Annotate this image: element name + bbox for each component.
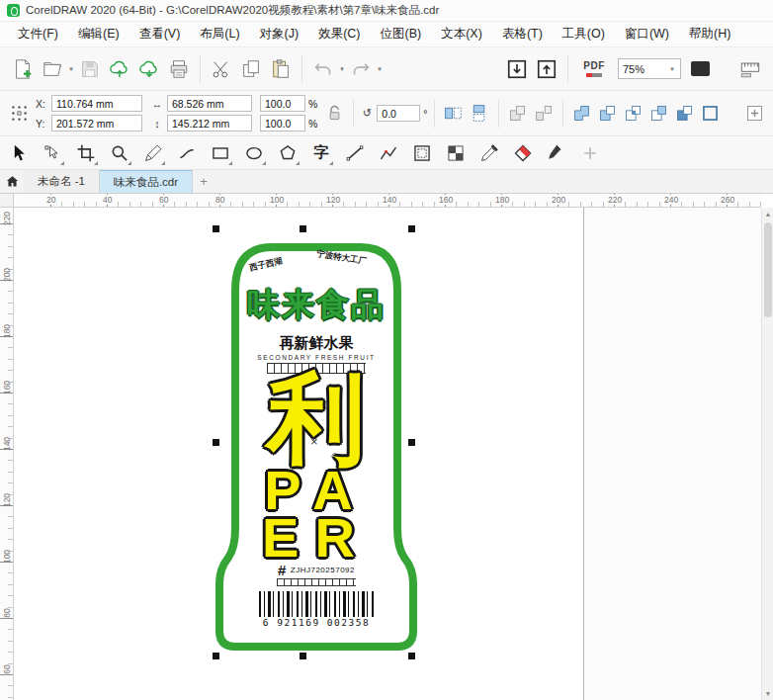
export-button[interactable] [532, 53, 561, 85]
mirror-vertical-button[interactable] [467, 99, 492, 129]
shape-tool[interactable] [40, 139, 65, 167]
zoom-level-select[interactable]: 75% ▾ [618, 58, 681, 79]
selection-handle-bottom-center[interactable] [300, 653, 306, 659]
scale-x-input[interactable]: 100.0 [260, 95, 305, 112]
fullscreen-preview-button[interactable] [685, 53, 715, 85]
polyline-tool[interactable] [376, 139, 401, 167]
copy-button[interactable] [236, 53, 266, 85]
drawing-canvas[interactable]: 西子西湖 宁波特大工厂 味来食品 再新鲜水果 SECONDARY FRESH F… [14, 208, 761, 700]
front-minus-back-button[interactable] [672, 99, 698, 129]
document-tab-untitled[interactable]: 未命名 -1 [24, 170, 100, 193]
mirror-horizontal-button[interactable] [441, 99, 467, 129]
menu-bar: 文件(F) 编辑(E) 查看(V) 布局(L) 对象(J) 效果(C) 位图(B… [0, 22, 773, 47]
combine-button[interactable] [505, 99, 531, 129]
object-height-input[interactable]: 145.212 mm [167, 115, 252, 131]
menu-layout[interactable]: 布局(L) [190, 22, 249, 46]
ruler-origin-button[interactable] [0, 194, 14, 208]
scrollbar-thumb[interactable] [764, 222, 772, 317]
origin-selector-button[interactable] [6, 99, 32, 129]
selection-handle-middle-right[interactable] [408, 439, 415, 446]
create-boundary-icon [700, 103, 721, 124]
cloud-open-button[interactable] [105, 53, 134, 85]
outline-pen-tool[interactable] [544, 139, 569, 167]
polygon-tool[interactable] [275, 139, 301, 167]
save-button[interactable] [75, 53, 105, 85]
selection-handle-middle-left[interactable] [213, 439, 219, 446]
cloud-save-button[interactable] [134, 53, 164, 85]
horizontal-ruler[interactable]: 20 40 60 80 100 120 140 160 180 200 220 … [14, 194, 761, 208]
line-tool[interactable] [342, 139, 368, 167]
simplify-button[interactable] [646, 99, 672, 129]
two-point-line-tool[interactable] [174, 139, 200, 167]
document-tab-active[interactable]: 味来食品.cdr [100, 170, 193, 193]
lock-ratio-button[interactable] [321, 99, 347, 129]
scroll-up-button[interactable]: ▲ [762, 208, 773, 220]
selection-handle-top-right[interactable] [408, 225, 415, 232]
create-boundary-button[interactable] [698, 99, 724, 129]
menu-edit[interactable]: 编辑(E) [68, 22, 129, 46]
undo-button[interactable] [308, 53, 338, 85]
selection-handle-bottom-left[interactable] [213, 653, 219, 659]
selection-handle-top-center[interactable] [300, 225, 306, 232]
menu-object[interactable]: 对象(J) [250, 22, 309, 46]
undo-dropdown-caret[interactable]: ▾ [338, 65, 346, 73]
start-page-button[interactable] [0, 170, 24, 193]
scroll-down-button[interactable]: ▼ [762, 687, 773, 700]
weld-button[interactable] [569, 99, 595, 129]
rotation-angle-input[interactable]: 0.0 [377, 105, 420, 122]
break-apart-button[interactable] [531, 99, 557, 129]
trim-button[interactable] [595, 99, 621, 129]
vertical-ruler[interactable]: 220 200 180 160 140 120 100 80 60 [0, 208, 14, 700]
eyedropper-tool[interactable] [476, 139, 502, 167]
text-tool[interactable]: 字 [308, 139, 334, 167]
open-dropdown-caret[interactable]: ▾ [67, 65, 75, 73]
vertical-scrollbar[interactable]: ▲ ▼ [761, 208, 773, 700]
fill-tool[interactable] [510, 139, 536, 167]
ellipse-tool[interactable] [241, 139, 267, 167]
hruler-label: 160 [438, 195, 454, 205]
crop-tool[interactable] [73, 139, 99, 167]
add-tool-button[interactable] [577, 139, 603, 167]
open-button[interactable] [38, 53, 67, 85]
label-design-object[interactable]: 西子西湖 宁波特大工厂 味来食品 再新鲜水果 SECONDARY FRESH F… [14, 208, 761, 700]
menu-tools[interactable]: 工具(O) [553, 22, 615, 46]
zoom-tool[interactable] [107, 139, 132, 167]
print-button[interactable] [164, 53, 194, 85]
menu-window[interactable]: 窗口(W) [615, 22, 679, 46]
menu-bitmaps[interactable]: 位图(B) [371, 22, 432, 46]
import-button[interactable] [502, 53, 532, 85]
rectangle-tool[interactable] [208, 139, 233, 167]
menu-effects[interactable]: 效果(C) [308, 22, 370, 46]
menu-file[interactable]: 文件(F) [8, 22, 68, 46]
simplify-icon [648, 103, 669, 124]
scale-y-input[interactable]: 100.0 [260, 115, 305, 131]
redo-button[interactable] [346, 53, 376, 85]
selection-handle-bottom-right[interactable] [408, 653, 415, 659]
publish-pdf-button[interactable]: PDF [574, 53, 614, 85]
new-tab-button[interactable]: + [193, 170, 215, 193]
object-width-input[interactable]: 68.526 mm [167, 95, 252, 112]
units-ruler-button[interactable] [735, 53, 765, 85]
selection-center-mark[interactable]: × [310, 434, 318, 449]
quick-customize-icon [744, 103, 765, 124]
combine-icon [507, 103, 528, 124]
pick-tool[interactable] [6, 139, 32, 167]
x-position-input[interactable]: 110.764 mm [51, 95, 142, 112]
cut-button[interactable] [207, 53, 236, 85]
intersect-button[interactable] [621, 99, 646, 129]
big-character-text: 利 [215, 369, 418, 468]
new-document-button[interactable] [8, 53, 38, 85]
menu-view[interactable]: 查看(V) [129, 22, 191, 46]
menu-table[interactable]: 表格(T) [492, 22, 553, 46]
redo-dropdown-caret[interactable]: ▾ [376, 65, 384, 73]
menu-help[interactable]: 帮助(H) [679, 22, 740, 46]
menu-text[interactable]: 文本(X) [431, 22, 492, 46]
powerclip-frame-tool[interactable] [409, 139, 435, 167]
selection-handle-top-left[interactable] [213, 225, 219, 232]
freehand-tool[interactable] [140, 139, 166, 167]
trim-icon [597, 103, 618, 124]
paste-button[interactable] [266, 53, 296, 85]
y-position-input[interactable]: 201.572 mm [51, 115, 142, 131]
quick-customize-button[interactable] [741, 99, 767, 129]
transparency-tool[interactable] [443, 139, 469, 167]
